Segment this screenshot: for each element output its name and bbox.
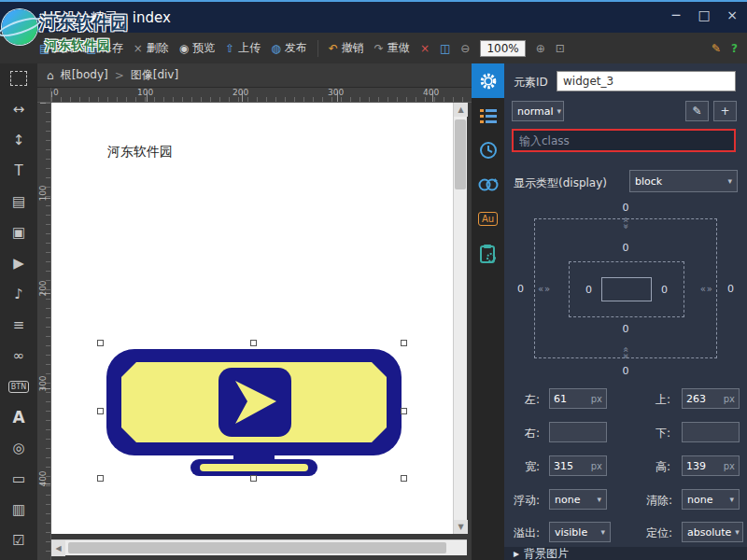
file-button[interactable]: ▤ 文件 bbox=[39, 40, 76, 56]
vertical-ruler: 100 200 300 400 bbox=[37, 103, 51, 560]
vertical-scroll-thumb[interactable] bbox=[455, 119, 466, 189]
delete-button[interactable]: × 删除 bbox=[134, 40, 169, 56]
tool-video[interactable]: ▶ bbox=[7, 253, 30, 273]
zoom-in-icon[interactable]: ⊕ bbox=[536, 42, 545, 55]
tool-checkbox[interactable]: ☑ bbox=[7, 530, 30, 551]
add-class-button[interactable]: + bbox=[713, 101, 737, 121]
clear-icon[interactable]: × bbox=[420, 42, 430, 55]
left-input[interactable] bbox=[554, 393, 585, 405]
tool-link[interactable]: ∞ bbox=[7, 345, 30, 366]
hruler-label: 300 bbox=[328, 88, 344, 97]
help-icon[interactable]: ? bbox=[731, 42, 738, 55]
selection-handle-nw[interactable] bbox=[97, 340, 104, 346]
maximize-button[interactable]: □ bbox=[697, 7, 712, 22]
height-field[interactable]: px bbox=[682, 455, 740, 476]
state-select[interactable]: normal ▾ bbox=[512, 101, 564, 121]
float-value: none bbox=[555, 494, 580, 506]
form-icon: ▤ bbox=[12, 193, 25, 210]
panel-toggle-icon[interactable]: ◫ bbox=[440, 42, 450, 55]
content-box bbox=[601, 277, 652, 301]
breadcrumb-root[interactable]: 根[body] bbox=[61, 67, 108, 83]
tab-settings[interactable] bbox=[472, 63, 504, 98]
scroll-down-icon[interactable]: ▼ bbox=[454, 520, 468, 534]
zoom-out-icon[interactable]: ⊖ bbox=[460, 42, 470, 55]
selected-image-widget[interactable] bbox=[105, 347, 403, 478]
save-button[interactable]: ▣ 保存 bbox=[86, 40, 122, 56]
display-select[interactable]: block ▾ bbox=[629, 170, 738, 192]
checkbox-icon: ☑ bbox=[12, 532, 24, 549]
bottom-field[interactable] bbox=[682, 422, 740, 442]
tool-select-area[interactable] bbox=[7, 68, 30, 89]
background-image-section[interactable]: ▸ 背景图片 bbox=[504, 547, 747, 560]
horizontal-scrollbar[interactable]: ◀ bbox=[51, 539, 467, 555]
pencil-icon[interactable]: ✎ bbox=[712, 42, 721, 55]
float-select[interactable]: none ▾ bbox=[549, 489, 607, 510]
crop-icon[interactable]: ⊡ bbox=[556, 42, 565, 55]
bottom-input[interactable] bbox=[686, 427, 718, 439]
breadcrumb-current[interactable]: 图像[div] bbox=[131, 67, 178, 83]
selection-handle-se[interactable] bbox=[401, 475, 407, 482]
selection-handle-n[interactable] bbox=[250, 340, 257, 346]
selection-handle-e[interactable] bbox=[401, 408, 407, 414]
right-field[interactable] bbox=[549, 422, 607, 442]
design-canvas[interactable]: 河东软件园 bbox=[51, 103, 453, 534]
tab-audio[interactable]: Au bbox=[472, 202, 504, 236]
tool-label[interactable]: A bbox=[7, 407, 30, 427]
tool-move-horizontal[interactable]: ↔ bbox=[7, 99, 30, 119]
top-field[interactable]: px bbox=[682, 388, 740, 409]
scroll-left-icon[interactable]: ◀ bbox=[51, 540, 65, 556]
tab-timing[interactable] bbox=[472, 133, 504, 167]
class-input[interactable] bbox=[512, 129, 736, 152]
home-icon[interactable]: ⌂ bbox=[47, 69, 54, 82]
clear-select[interactable]: none ▾ bbox=[682, 489, 740, 510]
chevron-down-icon: ▾ bbox=[597, 495, 601, 504]
tool-button[interactable]: BTN bbox=[7, 376, 30, 397]
tab-components[interactable] bbox=[472, 236, 504, 271]
resize-chevrons-icon: «» bbox=[621, 346, 631, 359]
tool-text[interactable]: T bbox=[7, 161, 30, 181]
tool-rect[interactable]: ▭ bbox=[7, 469, 30, 489]
redo-button[interactable]: ↷ 重做 bbox=[374, 40, 410, 56]
tool-move-vertical[interactable]: ↕ bbox=[7, 130, 30, 150]
element-id-input[interactable] bbox=[557, 71, 736, 91]
tool-page[interactable]: ▥ bbox=[7, 499, 30, 520]
video-icon: ▶ bbox=[13, 255, 24, 272]
minimize-button[interactable]: ─ bbox=[669, 7, 684, 22]
tab-layers[interactable] bbox=[472, 98, 504, 133]
selection-handle-ne[interactable] bbox=[401, 340, 407, 346]
width-field[interactable]: px bbox=[549, 455, 607, 476]
preview-button[interactable]: ◉ 预览 bbox=[179, 40, 215, 56]
overflow-select[interactable]: visible ▾ bbox=[549, 522, 611, 542]
top-input[interactable] bbox=[686, 393, 718, 405]
horizontal-scroll-thumb[interactable] bbox=[68, 542, 446, 553]
tool-radio[interactable]: ◎ bbox=[7, 438, 30, 458]
padding-left-value: 0 bbox=[585, 284, 592, 296]
tool-audio[interactable]: ♪ bbox=[7, 284, 30, 304]
zoom-level[interactable]: 100% bbox=[480, 40, 525, 57]
vruler-label: 300 bbox=[38, 370, 48, 398]
vertical-scrollbar[interactable]: ▲ ▼ bbox=[453, 103, 467, 534]
tool-textarea[interactable]: ≡ bbox=[7, 315, 30, 335]
undo-button[interactable]: ↶ 撤销 bbox=[329, 40, 364, 56]
right-input[interactable] bbox=[554, 427, 585, 439]
width-unit: px bbox=[591, 461, 602, 471]
publish-button[interactable]: ◍ 发布 bbox=[271, 40, 306, 56]
upload-button[interactable]: ⇧ 上传 bbox=[225, 40, 261, 56]
height-input[interactable] bbox=[686, 460, 718, 472]
tool-form[interactable]: ▤ bbox=[7, 191, 30, 212]
selection-handle-s[interactable] bbox=[250, 475, 257, 482]
position-select[interactable]: absolute ▾ bbox=[682, 522, 743, 542]
close-button[interactable]: × bbox=[725, 7, 740, 22]
left-field[interactable]: px bbox=[549, 388, 607, 409]
canvas-text-element[interactable]: 河东软件园 bbox=[107, 144, 173, 161]
tab-animation[interactable] bbox=[472, 167, 504, 202]
breadcrumb: ⌂ 根[body] > 图像[div] bbox=[37, 63, 472, 88]
file-label: 文件 bbox=[53, 40, 76, 56]
scroll-up-icon[interactable]: ▲ bbox=[454, 103, 468, 117]
edit-class-button[interactable]: ✎ bbox=[685, 101, 709, 121]
selection-handle-w[interactable] bbox=[97, 408, 104, 414]
selection-handle-sw[interactable] bbox=[97, 475, 104, 482]
tool-image[interactable]: ▣ bbox=[7, 222, 30, 243]
float-label: 浮动: bbox=[514, 493, 540, 509]
width-input[interactable] bbox=[554, 460, 585, 472]
